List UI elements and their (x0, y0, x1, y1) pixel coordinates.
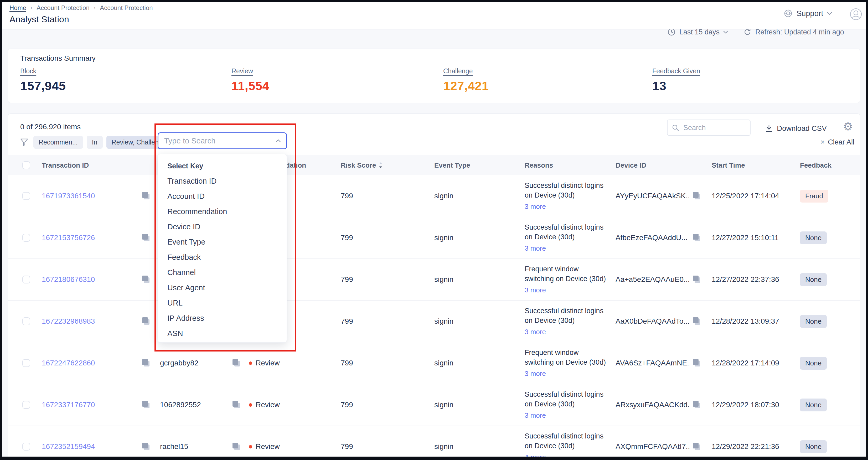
key-option-event-type[interactable]: Event Type (158, 234, 287, 250)
support-menu[interactable]: Support (783, 9, 832, 18)
stat-label[interactable]: Feedback Given (652, 67, 700, 75)
review-dot-icon (249, 362, 252, 365)
device-id: AaX0bDeFAQAAdTo... (616, 317, 690, 326)
more-reasons-link[interactable]: 3 more (525, 369, 546, 378)
copy-transaction-id-icon[interactable] (142, 217, 150, 258)
row-checkbox[interactable] (22, 276, 30, 283)
reason-line: on Device (30d) (525, 399, 575, 409)
copy-transaction-id-icon[interactable] (142, 301, 150, 342)
breadcrumb-home-link[interactable]: Home (9, 4, 26, 11)
row-checkbox[interactable] (22, 359, 30, 367)
more-reasons-link[interactable]: 3 more (525, 285, 546, 295)
transaction-id-link[interactable]: 1672247622860 (42, 359, 95, 367)
key-option-transaction-id[interactable]: Transaction ID (158, 174, 287, 189)
stat-label[interactable]: Challenge (443, 67, 489, 75)
more-reasons-link[interactable]: 3 more (525, 327, 546, 337)
key-dropdown-trigger[interactable] (158, 132, 287, 149)
key-option-url[interactable]: URL (158, 295, 287, 310)
clear-all-button[interactable]: × Clear All (820, 138, 854, 146)
copy-device-id-icon[interactable] (693, 426, 701, 460)
filter-chip[interactable]: In (87, 136, 103, 149)
copy-transaction-id-icon[interactable] (142, 384, 150, 426)
table-header-row: Transaction ID Account ID Recommendation… (8, 155, 860, 175)
key-option-feedback[interactable]: Feedback (158, 250, 287, 265)
key-option-account-id[interactable]: Account ID (158, 189, 287, 204)
more-reasons-link[interactable]: 3 more (525, 202, 546, 212)
header-risk-score[interactable]: Risk Score (341, 155, 383, 175)
header-risk-score-label: Risk Score (341, 161, 376, 170)
search-input[interactable] (683, 123, 746, 132)
filter-chip[interactable]: Recommen... (33, 136, 83, 149)
device-id: AfbeEzeFAQAAddU... (616, 234, 687, 242)
event-type: signin (434, 175, 454, 217)
chevron-right-icon: › (94, 4, 96, 11)
chevron-up-icon[interactable] (276, 139, 281, 143)
reasons-cell: Successful distinct loginson Device (30d… (525, 426, 613, 460)
key-option-ip-address[interactable]: IP Address (158, 310, 287, 326)
stat-value: 11,554 (231, 79, 269, 93)
copy-device-id-icon[interactable] (693, 301, 701, 342)
risk-score: 799 (341, 175, 353, 217)
copy-device-id-icon[interactable] (693, 342, 701, 384)
start-time: 12/28/2022 17:14:09 (712, 342, 779, 384)
copy-transaction-id-icon[interactable] (142, 426, 150, 460)
copy-account-id-icon[interactable] (232, 342, 240, 384)
transaction-id-link[interactable]: 1672337176770 (42, 401, 95, 409)
select-all-checkbox[interactable] (22, 161, 30, 169)
more-reasons-link[interactable]: 3 more (525, 410, 546, 420)
event-type: signin (434, 301, 454, 342)
copy-transaction-id-icon[interactable] (142, 175, 150, 217)
header-event-type: Event Type (434, 155, 470, 175)
breadcrumb-item[interactable]: Account Protection (36, 4, 89, 11)
reason-line: on Device (30d) (525, 190, 575, 200)
copy-device-id-icon[interactable] (693, 175, 701, 217)
transaction-id-cell: 1672337176770 (42, 384, 95, 426)
support-icon (783, 9, 793, 18)
table-search-box[interactable] (667, 120, 750, 136)
row-checkbox[interactable] (22, 192, 30, 200)
copy-device-id-icon[interactable] (693, 259, 701, 300)
transaction-id-link[interactable]: 1672153756726 (42, 234, 95, 242)
row-checkbox-cell (22, 217, 30, 258)
copy-device-id-icon[interactable] (693, 217, 701, 258)
key-option-device-id[interactable]: Device ID (158, 219, 287, 234)
row-checkbox[interactable] (22, 317, 30, 325)
transaction-id-link[interactable]: 1672352159494 (42, 442, 95, 451)
transactions-summary-card: Transactions Summary Block 157,945 Revie… (8, 49, 860, 103)
start-time: 12/27/2022 15:10:11 (712, 217, 779, 258)
copy-transaction-id-icon[interactable] (142, 342, 150, 384)
account-id: rachel15 (160, 426, 188, 460)
key-option-user-agent[interactable]: User Agent (158, 280, 287, 295)
more-reasons-link[interactable]: 3 more (525, 244, 546, 253)
key-search-input[interactable] (164, 136, 273, 146)
start-time: 12/29/2022 18:07:30 (712, 384, 779, 426)
row-checkbox-cell (22, 259, 30, 300)
sort-icon[interactable] (378, 161, 383, 169)
start-time: 12/28/2022 13:09:37 (712, 301, 779, 342)
copy-account-id-icon[interactable] (232, 426, 240, 460)
gear-icon[interactable]: ⚙ (843, 120, 853, 133)
user-avatar[interactable] (849, 8, 862, 21)
key-option-recommendation[interactable]: Recommendation (158, 204, 287, 219)
key-option-channel[interactable]: Channel (158, 265, 287, 280)
select-all-checkbox-cell (22, 155, 30, 175)
copy-device-id-icon[interactable] (693, 384, 701, 426)
row-checkbox[interactable] (22, 234, 30, 242)
download-csv-button[interactable]: Download CSV (765, 123, 827, 134)
transaction-id-link[interactable]: 1672232968983 (42, 317, 95, 326)
transaction-id-link[interactable]: 1671973361540 (42, 192, 95, 200)
copy-account-id-icon[interactable] (232, 384, 240, 426)
copy-transaction-id-icon[interactable] (142, 259, 150, 300)
breadcrumb-item: Account Protection (100, 4, 153, 11)
transaction-id-cell: 1671973361540 (42, 175, 95, 217)
row-checkbox[interactable] (22, 443, 30, 451)
transaction-id-cell: 1672247622860 (42, 342, 95, 384)
header-start-time: Start Time (712, 155, 745, 175)
transaction-id-link[interactable]: 1672180676310 (42, 275, 95, 284)
transaction-id-cell: 1672180676310 (42, 259, 95, 300)
key-option-asn[interactable]: ASN (158, 326, 287, 341)
risk-score: 799 (341, 259, 353, 300)
row-checkbox[interactable] (22, 401, 30, 409)
stat-label[interactable]: Review (231, 67, 269, 75)
stat-label[interactable]: Block (20, 67, 66, 75)
